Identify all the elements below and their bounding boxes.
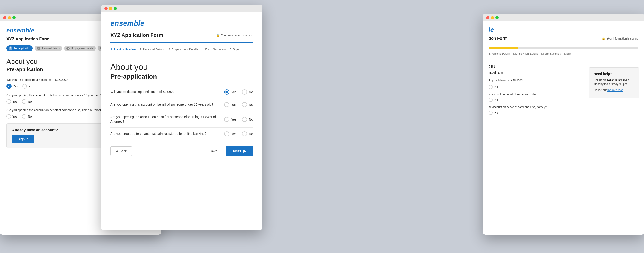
security-badge-right: 🔒 Your information is secure xyxy=(602,37,638,40)
back-right-window: le tion Form 🔒 Your information is secur… xyxy=(483,14,644,234)
radio-no-1-left[interactable]: No xyxy=(22,84,32,88)
webchat-link[interactable]: live webchat xyxy=(608,88,622,92)
radio-no-2[interactable]: No xyxy=(242,102,253,107)
radio-btn-no-3 xyxy=(242,117,247,122)
question-row-2: Are you opening this account on behalf o… xyxy=(110,98,253,111)
radio-yes-3-left[interactable]: Yes xyxy=(6,114,17,119)
radio-yes-1-left[interactable]: ✓ Yes xyxy=(6,84,18,89)
question-label-1: Will you be depositing a minimum of £25,… xyxy=(110,90,224,94)
about-section: About you Pre-application xyxy=(110,62,253,80)
radio-yes-4[interactable]: Yes xyxy=(224,131,236,136)
tab-form-summary[interactable]: 4. Form Summary xyxy=(202,46,230,52)
q3-partial: he account on behalf of someone else, tt… xyxy=(488,106,638,109)
tab-sign[interactable]: 5. Sign xyxy=(230,46,242,52)
traffic-light-yellow-front[interactable] xyxy=(109,7,112,10)
tab-sign-right[interactable]: 5. Sign xyxy=(564,51,574,56)
save-button[interactable]: Save xyxy=(204,146,223,156)
right-actions: Save Next ▶ xyxy=(204,146,253,156)
radio-no-2-left[interactable]: No xyxy=(22,99,32,104)
step-arrow-1: › xyxy=(33,46,35,50)
radio-btn-no-4 xyxy=(242,131,247,136)
radio-no-1[interactable]: No xyxy=(242,90,253,94)
step-item-2[interactable]: 2 Personal details xyxy=(35,46,62,51)
front-window: ensemble XYZ Application Form 🔒 Your inf… xyxy=(101,4,262,230)
radio-no-partial-3[interactable] xyxy=(488,111,493,115)
radio-yes-circle-3-left xyxy=(6,114,11,119)
radio-options-4: Yes No xyxy=(224,131,253,136)
security-label: Your information is secure xyxy=(221,34,253,37)
traffic-light-green[interactable] xyxy=(12,16,16,19)
radio-btn-no-1 xyxy=(242,90,247,94)
tab-pre-application[interactable]: 1. Pre-Application xyxy=(110,46,140,56)
next-arrow-icon: ▶ xyxy=(243,149,246,153)
radio-yes-2-left[interactable]: Yes xyxy=(6,99,17,104)
radio-options-3: Yes No xyxy=(224,117,253,122)
radio-no-circle-3-left xyxy=(22,114,26,119)
no-label-partial-2: No xyxy=(494,98,498,102)
radio-options-2: Yes No xyxy=(224,102,253,107)
questions-list: Will you be depositing a minimum of £25,… xyxy=(110,86,253,140)
question-row-3: Are you opening the account on behalf of… xyxy=(110,111,253,128)
radio-no-circle-1-left xyxy=(22,84,27,88)
radio-no-partial-1[interactable] xyxy=(488,85,493,89)
question-label-4: Are you prepared to be automatically reg… xyxy=(110,132,224,136)
browser-chrome-front xyxy=(101,4,262,12)
radio-no-circle-2-left xyxy=(22,99,26,104)
back-arrow-icon: ◀ xyxy=(116,149,118,153)
step-arrow-3: › xyxy=(96,46,98,50)
form-title-right: tion Form xyxy=(488,36,508,41)
radio-yes-2[interactable]: Yes xyxy=(224,102,236,107)
radio-btn-yes-4 xyxy=(224,131,229,136)
form-header: XYZ Application Form 🔒 Your information … xyxy=(110,32,253,42)
back-button[interactable]: ◀ Back xyxy=(110,146,132,156)
logo-front: ensemble xyxy=(110,19,253,28)
lock-icon-right: 🔒 xyxy=(602,37,605,40)
tab-employment-details[interactable]: 3. Employment Details xyxy=(168,46,202,52)
help-webchat-text: Or use our live webchat. xyxy=(594,88,634,92)
no-label-partial-3: No xyxy=(494,111,498,114)
radio-btn-yes-2 xyxy=(224,102,229,107)
step-tabs-right: 2. Personal Details 3. Employment Detail… xyxy=(488,51,638,58)
tab-summary-right[interactable]: 4. Form Summary xyxy=(540,51,564,56)
next-button[interactable]: Next ▶ xyxy=(226,146,253,156)
about-subheading-front: Pre-application xyxy=(110,73,253,80)
traffic-light-yellow[interactable] xyxy=(8,16,11,19)
tab-personal-right[interactable]: 2. Personal Details xyxy=(488,51,512,56)
help-call-text: Call us on +44 203 123 4567, Monday to S… xyxy=(594,78,634,86)
radio-no-3-left[interactable]: No xyxy=(22,114,32,119)
form-actions: ◀ Back Save Next ▶ xyxy=(110,146,253,156)
browser-chrome-right xyxy=(483,14,644,22)
tab-employment-right[interactable]: 3. Employment Details xyxy=(512,51,540,56)
traffic-light-red[interactable] xyxy=(3,16,6,19)
help-panel: Need help? Call us on +44 203 123 4567, … xyxy=(589,68,640,98)
step-item-3[interactable]: 3 Employment details xyxy=(64,46,96,51)
traffic-light-green-right[interactable] xyxy=(496,16,499,19)
radio-btn-no-2 xyxy=(242,102,247,107)
signin-button[interactable]: Sign in xyxy=(12,135,34,143)
radio-yes-1[interactable]: Yes xyxy=(224,90,236,94)
logo-right: le xyxy=(488,26,638,33)
question-label-3: Are you opening the account on behalf of… xyxy=(110,115,224,124)
q3-radio-partial: No xyxy=(488,111,638,115)
traffic-light-red-right[interactable] xyxy=(486,16,490,19)
question-row-4: Are you prepared to be automatically reg… xyxy=(110,128,253,140)
help-heading: Need help? xyxy=(594,72,634,76)
question-row-1: Will you be depositing a minimum of £25,… xyxy=(110,86,253,98)
lock-icon: 🔒 xyxy=(216,34,220,37)
traffic-light-green-front[interactable] xyxy=(114,7,117,10)
traffic-light-red-front[interactable] xyxy=(104,7,108,10)
security-label-right: Your information is secure xyxy=(607,37,638,40)
traffic-light-yellow-right[interactable] xyxy=(491,16,494,19)
progress-bar xyxy=(488,47,638,48)
help-phone: +44 203 123 4567 xyxy=(607,78,629,82)
question-label-2: Are you opening this account on behalf o… xyxy=(110,102,224,107)
tab-personal-details[interactable]: 2. Personal Details xyxy=(140,46,168,52)
security-badge: 🔒 Your information is secure xyxy=(216,34,253,37)
radio-no-3[interactable]: No xyxy=(242,117,253,122)
radio-yes-3[interactable]: Yes xyxy=(224,117,236,122)
step-item-1[interactable]: 1 Pre-application xyxy=(6,45,33,51)
radio-no-4[interactable]: No xyxy=(242,131,253,136)
radio-no-partial-2[interactable] xyxy=(488,98,493,102)
progress-bar-fill xyxy=(488,47,518,48)
about-heading-front: About you xyxy=(110,62,253,72)
